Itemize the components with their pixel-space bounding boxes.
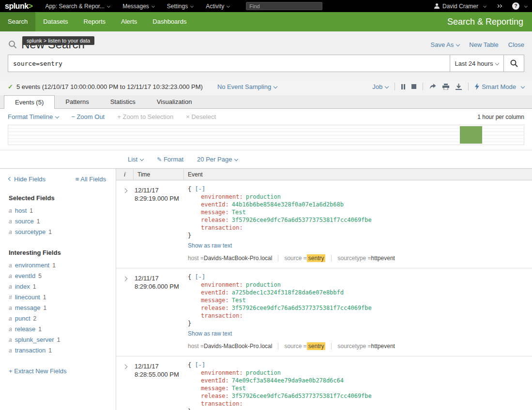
- appbar-tab-reports[interactable]: Reports: [76, 12, 114, 31]
- event-date: 12/11/17: [135, 362, 184, 370]
- json-value[interactable]: 44b16b6be8584e328f0a07e1a6d2b68b: [232, 201, 344, 208]
- tab-patterns[interactable]: Patterns: [55, 95, 99, 108]
- field-link[interactable]: sourcetype: [15, 228, 46, 235]
- run-search-button[interactable]: [504, 55, 524, 72]
- zoom-to-selection-button[interactable]: + Zoom to Selection: [117, 113, 173, 120]
- save-as-button[interactable]: Save As: [431, 41, 460, 48]
- timeline-bar[interactable]: [460, 126, 482, 144]
- json-value[interactable]: production: [246, 193, 281, 200]
- brace-open: {: [188, 274, 191, 280]
- format-menu[interactable]: ✎ Format: [157, 156, 183, 163]
- host-value[interactable]: Davids-MacBook-Pro.local: [204, 343, 272, 350]
- app-menu[interactable]: App: Search & Repor...: [45, 3, 110, 10]
- source-value-highlighted[interactable]: sentry: [307, 254, 326, 262]
- user-menu[interactable]: David Cramer: [434, 3, 486, 10]
- field-link[interactable]: environment: [15, 262, 50, 269]
- search-mode-menu[interactable]: Smart Mode: [475, 83, 524, 90]
- tab-visualization[interactable]: Visualization: [146, 95, 203, 108]
- expand-event-chevron-icon[interactable]: [122, 189, 127, 193]
- json-value[interactable]: 74e09cf3a5844ee79da9ae0b278d6c64: [232, 377, 344, 384]
- collapse-json-link[interactable]: [-]: [195, 186, 205, 192]
- field-item[interactable]: arelease1: [9, 324, 106, 335]
- settings-menu[interactable]: Settings: [167, 3, 193, 10]
- field-item[interactable]: #linecount1: [9, 292, 106, 303]
- field-link[interactable]: transaction: [15, 347, 46, 354]
- field-item[interactable]: asplunk_server1: [9, 335, 106, 345]
- expand-event-chevron-icon[interactable]: [122, 277, 127, 281]
- tab-events[interactable]: Events (5): [4, 95, 55, 109]
- event-sampling-menu[interactable]: No Event Sampling: [217, 83, 277, 90]
- field-link[interactable]: source: [15, 218, 34, 225]
- field-type-prefix: a: [9, 262, 12, 269]
- pause-job-icon[interactable]: [401, 84, 403, 89]
- show-raw-text-link[interactable]: Show as raw text: [188, 330, 232, 337]
- extract-new-fields-link[interactable]: + Extract New Fields: [9, 367, 67, 375]
- json-value[interactable]: Test: [232, 209, 246, 216]
- all-fields-button[interactable]: ≡ All Fields: [76, 176, 106, 183]
- field-item[interactable]: aenvironment1: [9, 260, 106, 271]
- sourcetype-value[interactable]: httpevent: [371, 343, 395, 350]
- list-view-menu[interactable]: List: [128, 156, 143, 163]
- field-item[interactable]: aindex1: [9, 281, 106, 292]
- zoom-out-button[interactable]: − Zoom Out: [71, 113, 105, 120]
- field-item[interactable]: atransaction1: [9, 345, 106, 356]
- field-item[interactable]: asourcetype1: [9, 227, 106, 237]
- field-link[interactable]: index: [15, 283, 30, 290]
- json-value[interactable]: Test: [232, 297, 246, 304]
- field-item[interactable]: ahost1: [9, 205, 106, 216]
- per-page-menu[interactable]: 20 Per Page: [197, 156, 238, 163]
- new-table-button[interactable]: New Table: [469, 41, 498, 48]
- source-value-highlighted[interactable]: sentry: [307, 342, 326, 350]
- json-value[interactable]: 3f57926cee9dfc76a6d5377375381f7cc4069fbe: [232, 393, 372, 399]
- collapse-json-link[interactable]: [-]: [195, 274, 205, 280]
- json-value[interactable]: 3f57926cee9dfc76a6d5377375381f7cc4069fbe: [232, 217, 372, 223]
- field-item[interactable]: apunct2: [9, 313, 106, 324]
- field-item[interactable]: aeventId5: [9, 271, 106, 281]
- field-link[interactable]: splunk_server: [15, 336, 54, 343]
- sourcetype-value[interactable]: httpevent: [371, 255, 395, 262]
- activity-menu[interactable]: Activity: [206, 3, 229, 10]
- json-value[interactable]: 3f57926cee9dfc76a6d5377375381f7cc4069fbe: [232, 305, 372, 311]
- expand-event-chevron-icon[interactable]: [122, 365, 127, 369]
- json-value[interactable]: production: [246, 281, 281, 288]
- field-link[interactable]: linecount: [15, 293, 40, 301]
- hide-fields-button[interactable]: Hide Fields: [9, 176, 46, 183]
- share-icon[interactable]: [429, 84, 436, 89]
- export-icon[interactable]: [456, 84, 462, 90]
- job-menu[interactable]: Job: [372, 83, 388, 90]
- stop-job-icon[interactable]: [411, 84, 416, 89]
- fields-sidebar: Hide Fields ≡ All Fields Selected Fields…: [0, 169, 116, 410]
- host-value[interactable]: Davids-MacBook-Pro.local: [204, 255, 272, 262]
- field-count: 1: [33, 283, 36, 290]
- field-link[interactable]: punct: [15, 315, 30, 322]
- show-raw-text-link[interactable]: Show as raw text: [188, 242, 232, 249]
- tab-statistics[interactable]: Statistics: [100, 95, 146, 108]
- appbar-tab-search[interactable]: Search: [0, 12, 35, 31]
- double-chevron-icon[interactable]: [497, 2, 502, 10]
- find-input[interactable]: [246, 2, 322, 10]
- json-value[interactable]: Test: [232, 385, 246, 392]
- timeline-chart[interactable]: [8, 125, 524, 145]
- appbar-tab-datasets[interactable]: Datasets: [35, 12, 76, 31]
- field-item[interactable]: asource1: [9, 216, 106, 227]
- json-value[interactable]: a725bdec1c324f318f28da6e07e8bbfd: [232, 289, 344, 296]
- appbar-tab-alerts[interactable]: Alerts: [113, 12, 145, 31]
- format-timeline-menu[interactable]: Format Timeline: [8, 113, 59, 120]
- appbar-tab-dashboards[interactable]: Dashboards: [145, 12, 194, 31]
- deselect-button[interactable]: × Deselect: [186, 113, 216, 120]
- search-query-input[interactable]: [8, 55, 450, 72]
- field-link[interactable]: eventId: [15, 272, 36, 279]
- splunk-logo[interactable]: splunk>: [5, 2, 32, 11]
- field-link[interactable]: release: [15, 325, 36, 333]
- collapse-json-link[interactable]: [-]: [195, 362, 205, 368]
- close-button[interactable]: Close: [508, 41, 524, 48]
- field-link[interactable]: message: [15, 304, 41, 311]
- field-link[interactable]: host: [15, 207, 27, 214]
- time-range-picker[interactable]: Last 24 hours: [450, 55, 504, 72]
- field-type-prefix: a: [9, 326, 12, 333]
- field-item[interactable]: amessage1: [9, 303, 106, 313]
- print-icon[interactable]: [442, 84, 449, 90]
- help-menu[interactable]: ?: [512, 2, 527, 10]
- json-value[interactable]: production: [246, 369, 281, 376]
- messages-menu[interactable]: Messages: [122, 3, 154, 10]
